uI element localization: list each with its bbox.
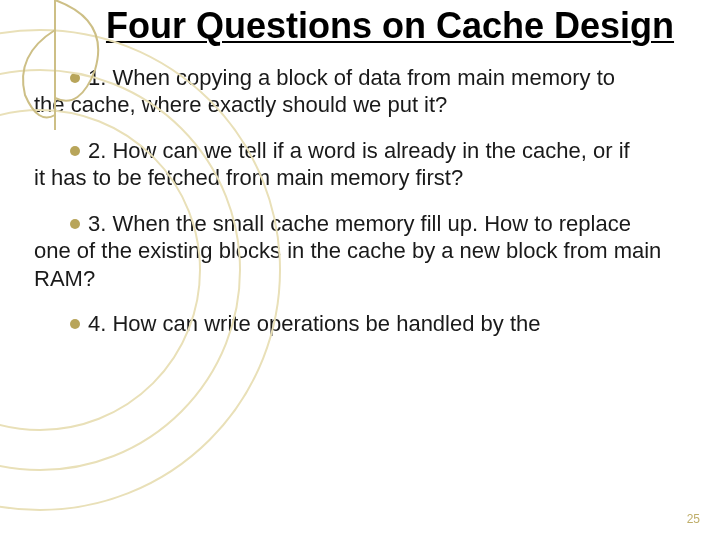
list-item: 2. How can we tell if a word is already … [34, 137, 690, 192]
list-item: 4. How can write operations be handled b… [34, 310, 690, 338]
page-number: 25 [687, 512, 700, 526]
slide-title: Four Questions on Cache Design [0, 0, 720, 46]
item-rest: the cache, where exactly should we put i… [34, 91, 690, 119]
slide-body: 1. When copying a block of data from mai… [0, 64, 720, 338]
list-item: 1. When copying a block of data from mai… [34, 64, 690, 119]
item-rest: it has to be fetched from main memory fi… [34, 164, 690, 192]
item-lead: 1. When copying a block of data from mai… [88, 65, 615, 90]
item-rest: one of the existing blocks in the cache … [34, 237, 690, 292]
item-lead: 4. How can write operations be handled b… [88, 311, 541, 336]
bullet-icon [70, 219, 80, 229]
list-item: 3. When the small cache memory fill up. … [34, 210, 690, 293]
item-lead: 3. When the small cache memory fill up. … [88, 211, 631, 236]
item-lead: 2. How can we tell if a word is already … [88, 138, 630, 163]
bullet-icon [70, 146, 80, 156]
bullet-icon [70, 73, 80, 83]
bullet-icon [70, 319, 80, 329]
slide: Four Questions on Cache Design 1. When c… [0, 0, 720, 540]
